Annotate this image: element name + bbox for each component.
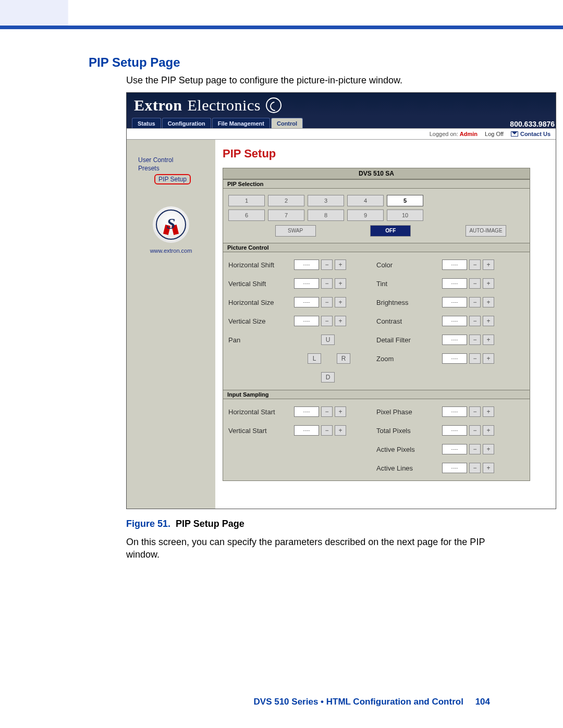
pip-btn-8[interactable]: 8 [308, 209, 344, 221]
color-value[interactable]: ---- [442, 260, 467, 270]
hshift-value[interactable]: ---- [294, 260, 319, 270]
section-heading: PIP Setup Page [89, 55, 490, 70]
swap-button[interactable]: SWAP [275, 225, 316, 237]
vshift-value[interactable]: ---- [294, 278, 319, 289]
contrast-plus[interactable]: + [483, 316, 494, 326]
pip-btn-9[interactable]: 9 [347, 209, 384, 221]
envelope-icon [511, 131, 518, 137]
apixels-minus[interactable]: − [469, 444, 481, 454]
hstart-plus[interactable]: + [335, 406, 346, 417]
label-bright: Brightness [376, 299, 440, 306]
tpixels-minus[interactable]: − [469, 425, 481, 436]
log-off-link[interactable]: Log Off [485, 131, 504, 137]
tint-value[interactable]: ---- [442, 278, 467, 289]
pip-btn-1[interactable]: 1 [228, 195, 265, 206]
page-footer: DVS 510 Series • HTML Configuration and … [254, 697, 490, 707]
pip-btn-3[interactable]: 3 [308, 195, 344, 206]
bright-plus[interactable]: + [483, 297, 494, 307]
pip-btn-7[interactable]: 7 [268, 209, 304, 221]
off-button[interactable]: OFF [370, 225, 411, 237]
label-hshift: Horizontal Shift [228, 261, 292, 269]
tab-configuration[interactable]: Configuration [162, 118, 211, 128]
detail-plus[interactable]: + [483, 335, 494, 345]
label-pan: Pan [228, 336, 292, 344]
label-color: Color [376, 261, 440, 269]
color-minus[interactable]: − [469, 260, 481, 270]
tint-minus[interactable]: − [469, 278, 481, 289]
vstart-plus[interactable]: + [335, 425, 346, 436]
main-heading: PIP Setup [223, 147, 550, 161]
apixels-value[interactable]: ---- [442, 444, 467, 454]
tpixels-plus[interactable]: + [483, 425, 494, 436]
pan-down[interactable]: D [321, 372, 335, 382]
pip-btn-4[interactable]: 4 [347, 195, 384, 206]
group-input-sampling: Input Sampling [223, 390, 530, 399]
contact-us-link[interactable]: Contact Us [511, 131, 550, 137]
hsize-value[interactable]: ---- [294, 297, 319, 307]
detail-minus[interactable]: − [469, 335, 481, 345]
tab-row: Status Configuration File Management Con… [127, 116, 556, 128]
pan-left[interactable]: L [308, 353, 321, 364]
color-plus[interactable]: + [483, 260, 494, 270]
sidebar-url[interactable]: www.extron.com [150, 248, 192, 254]
bright-value[interactable]: ---- [442, 297, 467, 307]
sidebar-item-presets[interactable]: Presets [132, 165, 210, 172]
label-hstart: Horizontal Start [228, 408, 292, 416]
extron-badge-icon [153, 206, 189, 243]
hstart-minus[interactable]: − [321, 406, 333, 417]
vsize-value[interactable]: ---- [294, 316, 319, 326]
vshift-plus[interactable]: + [335, 278, 346, 289]
pip-btn-2[interactable]: 2 [268, 195, 304, 206]
pan-up[interactable]: U [321, 335, 335, 345]
brand-bold: Extron [134, 96, 182, 114]
tint-plus[interactable]: + [483, 278, 494, 289]
hsize-plus[interactable]: + [335, 297, 346, 307]
footer-text: DVS 510 Series • HTML Configuration and … [254, 697, 463, 707]
hsize-minus[interactable]: − [321, 297, 333, 307]
after-text: On this screen, you can specify the para… [126, 536, 490, 561]
pip-btn-6[interactable]: 6 [228, 209, 265, 221]
zoom-value[interactable]: ---- [442, 353, 467, 364]
detail-value[interactable]: ---- [442, 335, 467, 345]
vsize-plus[interactable]: + [335, 316, 346, 326]
zoom-minus[interactable]: − [469, 353, 481, 364]
figure-caption: Figure 51. PIP Setup Page [126, 519, 490, 529]
alines-value[interactable]: ---- [442, 463, 467, 473]
tab-file-management[interactable]: File Management [212, 118, 270, 128]
hshift-minus[interactable]: − [321, 260, 333, 270]
hshift-plus[interactable]: + [335, 260, 346, 270]
alines-plus[interactable]: + [483, 463, 494, 473]
sidebar-item-pip-setup[interactable]: PIP Setup [154, 174, 191, 184]
vshift-minus[interactable]: − [321, 278, 333, 289]
tab-control[interactable]: Control [271, 118, 303, 128]
bright-minus[interactable]: − [469, 297, 481, 307]
alines-minus[interactable]: − [469, 463, 481, 473]
vstart-value[interactable]: ---- [294, 425, 319, 436]
pip-btn-5[interactable]: 5 [387, 195, 423, 206]
contrast-value[interactable]: ---- [442, 316, 467, 326]
figure-number: Figure 51. [126, 519, 170, 529]
sidebar-item-user-control[interactable]: User Control [132, 156, 210, 164]
apixels-plus[interactable]: + [483, 444, 494, 454]
auto-image-button[interactable]: AUTO-IMAGE [466, 225, 506, 237]
label-zoom: Zoom [376, 355, 440, 363]
tpixels-value[interactable]: ---- [442, 425, 467, 436]
pip-btn-10[interactable]: 10 [387, 209, 423, 221]
hstart-value[interactable]: ---- [294, 406, 319, 417]
main-panel: PIP Setup DVS 510 SA PIP Selection 1 2 3… [215, 140, 556, 509]
vsize-minus[interactable]: − [321, 316, 333, 326]
group-pip-selection: PIP Selection [223, 179, 530, 189]
label-vshift: Vertical Shift [228, 280, 292, 288]
pphase-plus[interactable]: + [483, 406, 494, 417]
tab-status[interactable]: Status [132, 118, 161, 128]
pphase-value[interactable]: ---- [442, 406, 467, 417]
label-detail: Detail Filter [376, 336, 440, 344]
app-banner: Extron Electronics [127, 93, 556, 116]
vstart-minus[interactable]: − [321, 425, 333, 436]
pan-right[interactable]: R [337, 353, 350, 364]
label-vsize: Vertical Size [228, 317, 292, 325]
contrast-minus[interactable]: − [469, 316, 481, 326]
zoom-plus[interactable]: + [483, 353, 494, 364]
label-alines: Active Lines [376, 464, 440, 472]
pphase-minus[interactable]: − [469, 406, 481, 417]
